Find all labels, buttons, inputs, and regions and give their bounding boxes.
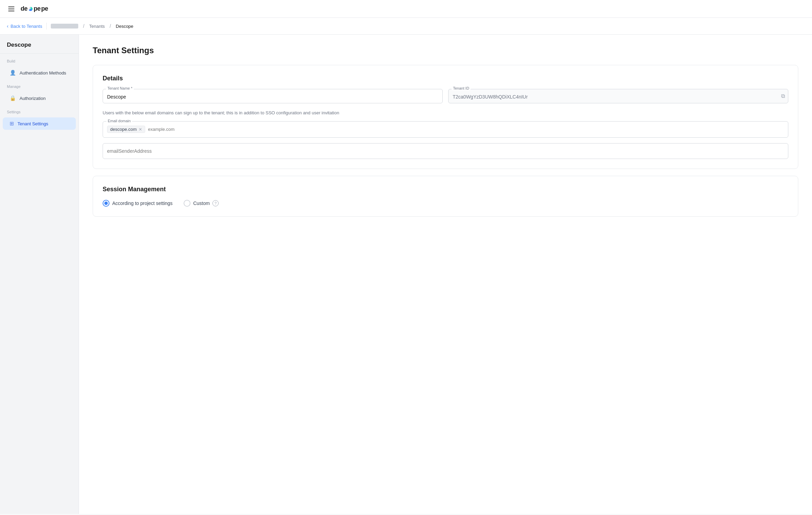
sidebar-manage-label: Manage — [0, 84, 79, 91]
logo: depepe — [21, 5, 48, 12]
breadcrumb-sep-1: / — [83, 23, 84, 29]
logo-text-post: pe — [34, 5, 40, 12]
nav-divider — [46, 23, 47, 30]
radio-label-custom: Custom — [193, 201, 210, 206]
main-content: Tenant Settings Details Tenant Name * Te… — [79, 35, 812, 514]
top-header: depepe — [0, 0, 812, 18]
sidebar-tenant-settings-label: Tenant Settings — [18, 121, 48, 126]
layout: Descope Build 👤 Authentication Methods M… — [0, 35, 812, 514]
radio-label-project: According to project settings — [112, 201, 173, 206]
auth-methods-icon: 👤 — [10, 70, 16, 76]
radio-option-custom[interactable]: Custom ? — [184, 200, 219, 207]
domain-input[interactable] — [148, 127, 784, 132]
custom-help-icon[interactable]: ? — [212, 200, 219, 206]
sidebar-build-label: Build — [0, 59, 79, 66]
breadcrumb-current: Descope — [116, 24, 133, 29]
logo-text-end: pe — [41, 5, 48, 12]
authorization-icon: 🔒 — [10, 95, 16, 101]
radio-circle-custom — [184, 200, 190, 207]
copy-tenant-id-button[interactable]: ⧉ — [781, 93, 785, 99]
session-management-card: Session Management According to project … — [93, 176, 798, 217]
nav-bar: ‹ Back to Tenants / Tenants / Descope — [0, 18, 812, 35]
sidebar-title: Descope — [0, 42, 79, 54]
page-title: Tenant Settings — [93, 46, 798, 55]
back-arrow-icon: ‹ — [7, 23, 9, 29]
radio-inner-project — [104, 202, 108, 205]
domain-tag-descope: descope.com ✕ — [107, 126, 145, 133]
email-domain-helper-text: Users with the below email domains can s… — [103, 110, 788, 116]
tenant-name-label: Tenant Name * — [106, 86, 134, 90]
back-to-tenants-link[interactable]: ‹ Back to Tenants — [7, 23, 42, 29]
details-card: Details Tenant Name * Tenant ID ⧉ Users … — [93, 65, 798, 169]
details-card-title: Details — [103, 75, 788, 82]
sidebar-settings-label: Settings — [0, 110, 79, 117]
email-sender-input[interactable] — [103, 143, 788, 159]
logo-dot — [28, 7, 33, 11]
breadcrumb-sep-2: / — [109, 23, 111, 29]
tenant-name-group: Tenant Name * — [103, 89, 443, 103]
tenant-id-label: Tenant ID — [452, 86, 471, 90]
tenant-fields-row: Tenant Name * Tenant ID ⧉ — [103, 89, 788, 103]
breadcrumb-org-blurred — [51, 24, 78, 28]
logo-text-pre: de — [21, 5, 27, 12]
sidebar-item-tenant-settings[interactable]: ⊞ Tenant Settings — [3, 117, 76, 130]
tenant-id-group: Tenant ID ⧉ — [448, 89, 788, 103]
sidebar-auth-methods-label: Authentication Methods — [20, 70, 66, 76]
sidebar-item-authorization[interactable]: 🔒 Authorization — [3, 92, 76, 104]
session-management-title: Session Management — [103, 186, 788, 193]
tenant-settings-icon: ⊞ — [10, 121, 14, 127]
tenant-name-input[interactable] — [103, 89, 443, 103]
sidebar-authorization-label: Authorization — [20, 96, 46, 101]
radio-option-project[interactable]: According to project settings — [103, 200, 173, 207]
radio-circle-project — [103, 200, 109, 207]
tenant-id-input[interactable] — [448, 89, 788, 103]
breadcrumb-tenants: Tenants — [89, 24, 105, 29]
sidebar: Descope Build 👤 Authentication Methods M… — [0, 35, 79, 514]
hamburger-menu[interactable] — [7, 5, 16, 13]
domain-tag-remove-button[interactable]: ✕ — [139, 127, 142, 131]
domain-tag-text: descope.com — [110, 127, 137, 132]
email-domain-label: Email domain — [106, 119, 132, 123]
back-link-label: Back to Tenants — [11, 24, 42, 29]
sidebar-item-auth-methods[interactable]: 👤 Authentication Methods — [3, 67, 76, 79]
email-domain-field[interactable]: Email domain descope.com ✕ — [103, 121, 788, 138]
session-radio-group: According to project settings Custom ? — [103, 200, 788, 207]
